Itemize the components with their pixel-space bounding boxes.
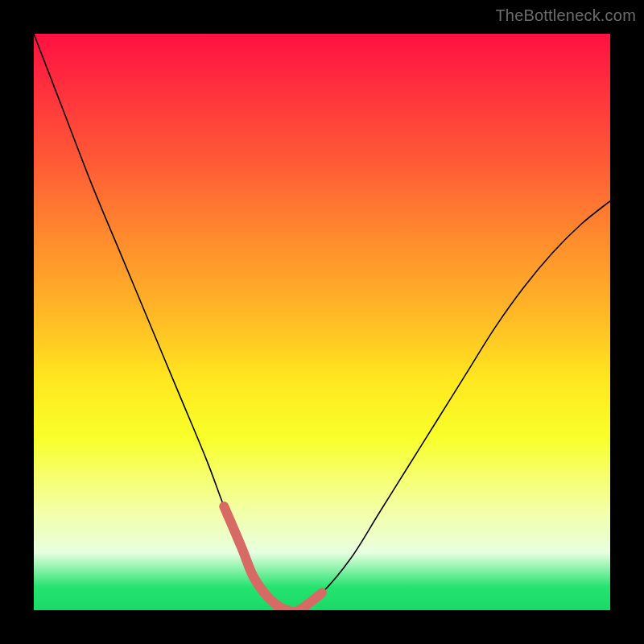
watermark-text: TheBottleneck.com bbox=[495, 6, 636, 25]
bottleneck-curve bbox=[34, 34, 610, 610]
plot-area bbox=[34, 34, 610, 610]
highlight-band bbox=[224, 506, 322, 610]
chart-frame: TheBottleneck.com bbox=[0, 0, 644, 644]
curve-layer bbox=[34, 34, 610, 610]
